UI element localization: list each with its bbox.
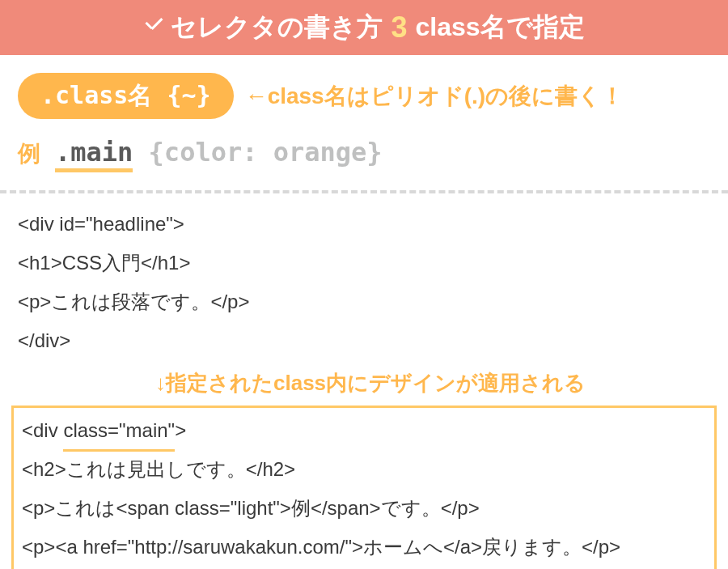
example-label: 例 bbox=[18, 138, 40, 169]
header-number: 3 bbox=[391, 11, 407, 45]
syntax-note: ←class名はピリオド(.)の後に書く！ bbox=[245, 81, 624, 112]
code-line: <p>これは<span class="light">例</span>です。</p… bbox=[22, 489, 706, 528]
annotation-label: ↓指定されたclass内にデザインが適用される bbox=[18, 360, 710, 406]
example-row: 例 .main {color: orange} bbox=[0, 125, 728, 184]
syntax-row: .class名 {~} ←class名はピリオド(.)の後に書く！ bbox=[0, 55, 728, 125]
code-block: <div id="headline"> <h1>CSS入門</h1> <p>これ… bbox=[0, 205, 728, 569]
example-code: .main {color: orange} bbox=[55, 137, 383, 168]
code-text: > bbox=[175, 419, 186, 441]
highlighted-code-box: <div class="main"> <h2>これは見出しです。</h2> <p… bbox=[11, 406, 717, 569]
header-title-right: class名で指定 bbox=[415, 10, 584, 45]
example-selector: .main bbox=[55, 137, 133, 168]
code-line: <p>これは段落です。</p> bbox=[18, 282, 710, 321]
document-container: セレクタの書き方 3 class名で指定 .class名 {~} ←class名… bbox=[0, 0, 728, 569]
code-line: <p><a href="http://saruwakakun.com/">ホーム… bbox=[22, 528, 706, 567]
header-title-left: セレクタの書き方 bbox=[171, 10, 383, 45]
example-rule: {color: orange} bbox=[133, 137, 382, 168]
code-line: <h2>これは見出しです。</h2> bbox=[22, 450, 706, 489]
syntax-pill: .class名 {~} bbox=[18, 73, 234, 119]
class-attr-underlined: class="main" bbox=[63, 411, 175, 450]
code-line: <div class="main"> bbox=[22, 411, 706, 450]
code-line: </div> bbox=[18, 321, 710, 360]
divider bbox=[0, 190, 728, 193]
check-icon bbox=[143, 19, 166, 36]
code-line: <div id="headline"> bbox=[18, 205, 710, 244]
code-line: <h1>CSS入門</h1> bbox=[18, 244, 710, 282]
code-text: <div bbox=[22, 419, 63, 441]
header-bar: セレクタの書き方 3 class名で指定 bbox=[0, 0, 728, 55]
